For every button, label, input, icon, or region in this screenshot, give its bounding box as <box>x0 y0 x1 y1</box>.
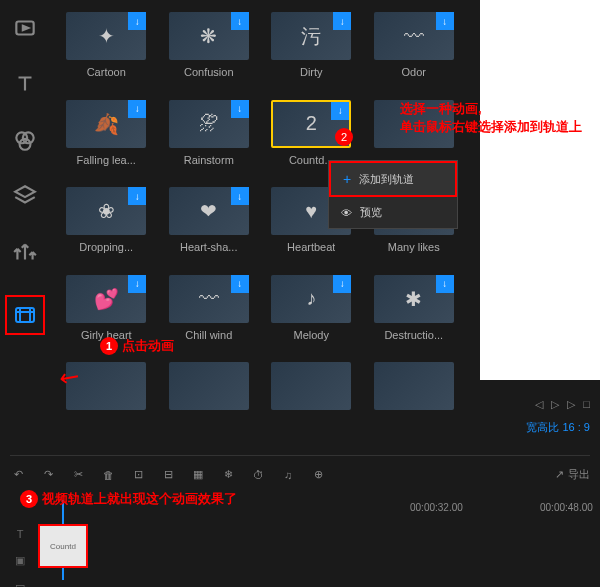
timeline-clip[interactable]: Countd <box>38 524 88 568</box>
audio-icon[interactable]: ♫ <box>280 467 296 483</box>
svg-point-3 <box>20 139 31 150</box>
download-icon: ↓ <box>333 275 351 293</box>
speed-icon[interactable]: ⏱ <box>250 467 266 483</box>
menu-preview[interactable]: 👁 预览 <box>329 197 457 228</box>
video-track[interactable]: ▭ <box>10 574 590 587</box>
download-icon: ↓ <box>128 100 146 118</box>
zoom-icon[interactable]: ⊕ <box>310 467 326 483</box>
text-track[interactable]: T <box>10 522 590 546</box>
effect-item[interactable]: 〰↓Odor <box>368 12 461 90</box>
effect-item[interactable] <box>265 362 358 428</box>
tracks: T ▣ ▭ ♪ <box>10 522 590 587</box>
menu-label: 预览 <box>360 205 382 220</box>
effect-thumbnail: ✦↓ <box>66 12 146 60</box>
effect-thumbnail: ⛈↓ <box>169 100 249 148</box>
timeline-toolbar: ↶ ↷ ✂ 🗑 ⊡ ⊟ ▦ ❄ ⏱ ♫ ⊕ ↗ 导出 <box>10 455 590 485</box>
download-icon: ↓ <box>128 187 146 205</box>
download-icon: ↓ <box>231 12 249 30</box>
menu-add-to-track[interactable]: + 添加到轨道 <box>329 161 457 197</box>
text-icon[interactable] <box>12 71 38 97</box>
next-icon[interactable]: ▷ <box>567 398 575 411</box>
redo-icon[interactable]: ↷ <box>40 467 56 483</box>
effect-item[interactable]: ♪↓Melody <box>265 275 358 353</box>
cut-icon[interactable]: ✂ <box>70 467 86 483</box>
effect-label: Destructio... <box>384 329 443 341</box>
effect-label: Heart-sha... <box>180 241 237 253</box>
playback-controls: ◁ ▷ ▷ □ <box>535 398 590 411</box>
effect-thumbnail: ❤↓ <box>169 187 249 235</box>
filter-icon[interactable] <box>12 127 38 153</box>
effect-item[interactable] <box>163 362 256 428</box>
element-icon[interactable] <box>12 239 38 265</box>
download-icon: ↓ <box>231 100 249 118</box>
effect-thumbnail <box>169 362 249 410</box>
eye-icon: 👁 <box>341 207 352 219</box>
effect-label: Many likes <box>388 241 440 253</box>
ruler-mark: 00:00:32.00 <box>410 502 463 513</box>
prev-icon[interactable]: ◁ <box>535 398 543 411</box>
effect-label: Confusion <box>184 66 234 78</box>
effect-label: Chill wind <box>185 329 232 341</box>
effect-thumbnail: ❋↓ <box>169 12 249 60</box>
freeze-icon[interactable]: ❄ <box>220 467 236 483</box>
track-video-icon: ▭ <box>10 580 30 588</box>
delete-icon[interactable]: 🗑 <box>100 467 116 483</box>
split-icon[interactable]: ⊟ <box>160 467 176 483</box>
ruler-mark: 00:00:48.00 <box>540 502 593 513</box>
download-icon: ↓ <box>231 187 249 205</box>
export-button[interactable]: ↗ 导出 <box>555 467 590 482</box>
effect-thumbnail: ❀↓ <box>66 187 146 235</box>
track-text-icon: T <box>10 528 30 540</box>
effect-label: Melody <box>294 329 329 341</box>
effect-label: Cartoon <box>87 66 126 78</box>
animation-icon[interactable] <box>5 295 45 335</box>
effect-item[interactable]: 🍂↓Falling lea... <box>60 100 153 178</box>
effect-item[interactable]: ⛈↓Rainstorm <box>163 100 256 178</box>
effect-item[interactable] <box>368 362 461 428</box>
download-icon: ↓ <box>331 102 349 120</box>
crop-icon[interactable]: ⊡ <box>130 467 146 483</box>
undo-icon[interactable]: ↶ <box>10 467 26 483</box>
download-icon: ↓ <box>128 12 146 30</box>
overlay-track[interactable]: ▣ <box>10 548 590 572</box>
effect-item[interactable]: ❋↓Confusion <box>163 12 256 90</box>
download-icon: ↓ <box>128 275 146 293</box>
menu-label: 添加到轨道 <box>359 172 414 187</box>
download-icon: ↓ <box>436 12 454 30</box>
annotation-3: 3视频轨道上就出现这个动画效果了 <box>20 490 237 508</box>
effect-item[interactable]: 污↓Dirty <box>265 12 358 90</box>
effect-label: Odor <box>402 66 426 78</box>
mosaic-icon[interactable]: ▦ <box>190 467 206 483</box>
effect-thumbnail: ♪↓ <box>271 275 351 323</box>
effect-thumbnail <box>271 362 351 410</box>
svg-rect-4 <box>16 308 34 322</box>
media-icon[interactable] <box>12 15 38 41</box>
effect-item[interactable]: ❤↓Heart-sha... <box>163 187 256 265</box>
track-overlay-icon: ▣ <box>10 554 30 567</box>
effect-item[interactable]: ✦↓Cartoon <box>60 12 153 90</box>
effect-item[interactable]: ✱↓Destructio... <box>368 275 461 353</box>
effect-thumbnail: ✱↓ <box>374 275 454 323</box>
tool-sidebar <box>0 0 50 440</box>
effect-label: Heartbeat <box>287 241 335 253</box>
effect-item[interactable]: ❀↓Dropping... <box>60 187 153 265</box>
download-icon: ↓ <box>231 275 249 293</box>
play-icon[interactable]: ▷ <box>551 398 559 411</box>
timeline: 3视频轨道上就出现这个动画效果了 00:00:32.00 00:00:48.00… <box>0 490 600 587</box>
aspect-ratio[interactable]: 宽高比 16 : 9 <box>526 420 590 435</box>
stop-icon[interactable]: □ <box>583 398 590 411</box>
step-badge-2: 2 <box>335 128 353 146</box>
overlay-icon[interactable] <box>12 183 38 209</box>
step-badge-3: 3 <box>20 490 38 508</box>
effect-thumbnail: 🍂↓ <box>66 100 146 148</box>
effect-item[interactable]: 〰↓Chill wind <box>163 275 256 353</box>
context-menu: + 添加到轨道 👁 预览 <box>328 160 458 229</box>
annotation-1: 1点击动画 <box>100 337 174 355</box>
step-badge-1: 1 <box>100 337 118 355</box>
download-icon: ↓ <box>333 12 351 30</box>
annotation-2: 选择一种动画, 单击鼠标右键选择添加到轨道上 <box>400 100 582 136</box>
step-badge-2-wrap: 2 <box>335 128 357 146</box>
plus-icon: + <box>343 171 351 187</box>
preview-panel <box>480 0 600 380</box>
effect-label: Dirty <box>300 66 323 78</box>
